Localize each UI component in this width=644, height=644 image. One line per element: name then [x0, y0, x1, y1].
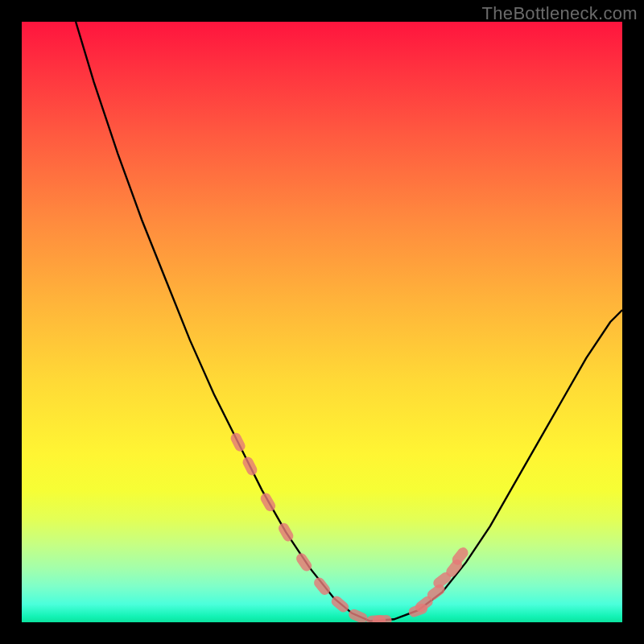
marker-capsule [347, 608, 369, 622]
curve-svg [22, 22, 622, 622]
highlighted-markers [229, 431, 470, 622]
marker-capsule [229, 431, 246, 453]
marker-capsule [258, 491, 277, 513]
watermark-text: TheBottleneck.com [482, 3, 638, 24]
bottleneck-curve [76, 22, 622, 621]
chart-plot-area [22, 22, 622, 622]
marker-capsule [277, 521, 295, 543]
marker-capsule [241, 455, 258, 477]
marker-capsule [312, 576, 332, 597]
